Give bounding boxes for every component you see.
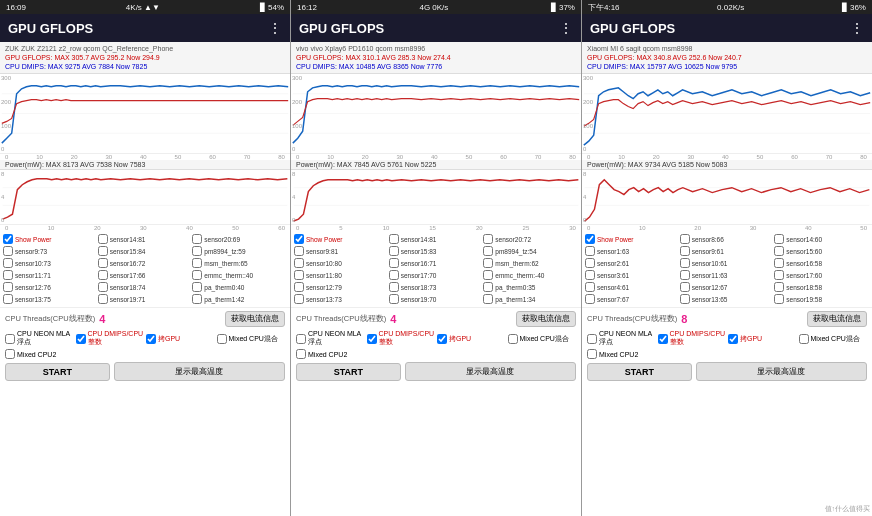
- checkbox-14[interactable]: [192, 282, 202, 292]
- show-max-button[interactable]: 显示最高温度: [405, 362, 576, 381]
- checkbox-item-10[interactable]: sensor17:70: [389, 269, 484, 281]
- checkbox-1[interactable]: [389, 234, 399, 244]
- checkbox-item-0[interactable]: Show Power: [3, 233, 98, 245]
- checkbox-17[interactable]: [483, 294, 493, 304]
- checkbox-item-12[interactable]: sensor12:79: [294, 281, 389, 293]
- checkbox-5[interactable]: [774, 246, 784, 256]
- checkbox-item-17[interactable]: pa_therm1:34: [483, 293, 578, 305]
- checkbox-item-11[interactable]: emmc_therm:-40: [483, 269, 578, 281]
- checkbox-item-3[interactable]: sensor1:63: [585, 245, 680, 257]
- get-current-button[interactable]: 获取电流信息: [225, 311, 285, 327]
- checkbox-9[interactable]: [294, 270, 304, 280]
- checkbox-12[interactable]: [3, 282, 13, 292]
- checkbox-13[interactable]: [680, 282, 690, 292]
- option-item-2[interactable]: 拷GPU: [146, 330, 215, 347]
- checkbox-15[interactable]: [3, 294, 13, 304]
- start-button[interactable]: START: [587, 363, 692, 381]
- checkbox-0[interactable]: [294, 234, 304, 244]
- checkbox-item-5[interactable]: pm8994_tz:59: [192, 245, 287, 257]
- checkbox-8[interactable]: [192, 258, 202, 268]
- checkbox-item-16[interactable]: sensor19:70: [389, 293, 484, 305]
- checkbox-9[interactable]: [3, 270, 13, 280]
- checkbox-7[interactable]: [98, 258, 108, 268]
- checkbox-11[interactable]: [483, 270, 493, 280]
- checkbox-item-8[interactable]: sensor16:58: [774, 257, 869, 269]
- checkbox-item-7[interactable]: sensor10:61: [680, 257, 775, 269]
- checkbox-17[interactable]: [192, 294, 202, 304]
- checkbox-item-11[interactable]: sensor17:60: [774, 269, 869, 281]
- checkbox-1[interactable]: [98, 234, 108, 244]
- checkbox-item-11[interactable]: emmc_therm::40: [192, 269, 287, 281]
- menu-icon[interactable]: ⋮: [559, 20, 573, 36]
- checkbox-item-9[interactable]: sensor3:61: [585, 269, 680, 281]
- option-checkbox-1[interactable]: [658, 334, 668, 344]
- checkbox-item-5[interactable]: pm8994_tz:54: [483, 245, 578, 257]
- option-item-2[interactable]: 拷GPU: [437, 330, 506, 347]
- option-item-3[interactable]: Mixed CPU混合: [799, 330, 868, 347]
- checkbox-12[interactable]: [294, 282, 304, 292]
- checkbox-6[interactable]: [294, 258, 304, 268]
- checkbox-7[interactable]: [389, 258, 399, 268]
- option-checkbox-0[interactable]: [296, 334, 306, 344]
- option-checkbox-4[interactable]: [296, 349, 306, 359]
- checkbox-item-12[interactable]: sensor12:76: [3, 281, 98, 293]
- checkbox-0[interactable]: [585, 234, 595, 244]
- checkbox-17[interactable]: [774, 294, 784, 304]
- checkbox-0[interactable]: [3, 234, 13, 244]
- checkbox-item-17[interactable]: pa_therm1:42: [192, 293, 287, 305]
- checkbox-4[interactable]: [98, 246, 108, 256]
- start-button[interactable]: START: [5, 363, 110, 381]
- checkbox-item-14[interactable]: pa_therm0:40: [192, 281, 287, 293]
- checkbox-item-1[interactable]: sensor14:81: [98, 233, 193, 245]
- option-item-4[interactable]: Mixed CPU2: [587, 349, 656, 359]
- checkbox-item-7[interactable]: sensor16:71: [389, 257, 484, 269]
- option-checkbox-4[interactable]: [587, 349, 597, 359]
- checkbox-item-7[interactable]: sensor16:72: [98, 257, 193, 269]
- option-item-4[interactable]: Mixed CPU2: [5, 349, 74, 359]
- checkbox-14[interactable]: [774, 282, 784, 292]
- checkbox-item-4[interactable]: sensor9:61: [680, 245, 775, 257]
- show-max-button[interactable]: 显示最高温度: [696, 362, 867, 381]
- checkbox-item-0[interactable]: Show Power: [294, 233, 389, 245]
- checkbox-2[interactable]: [483, 234, 493, 244]
- checkbox-12[interactable]: [585, 282, 595, 292]
- checkbox-item-6[interactable]: sensor10:73: [3, 257, 98, 269]
- checkbox-item-1[interactable]: sensor14:81: [389, 233, 484, 245]
- checkbox-11[interactable]: [192, 270, 202, 280]
- checkbox-8[interactable]: [483, 258, 493, 268]
- checkbox-item-8[interactable]: msm_therm:65: [192, 257, 287, 269]
- checkbox-5[interactable]: [483, 246, 493, 256]
- option-checkbox-2[interactable]: [728, 334, 738, 344]
- option-item-0[interactable]: CPU NEON MLA 浮点: [296, 330, 365, 347]
- checkbox-item-13[interactable]: sensor18:74: [98, 281, 193, 293]
- checkbox-item-6[interactable]: sensor2:61: [585, 257, 680, 269]
- checkbox-13[interactable]: [389, 282, 399, 292]
- checkbox-item-14[interactable]: sensor18:58: [774, 281, 869, 293]
- option-checkbox-3[interactable]: [799, 334, 809, 344]
- checkbox-item-5[interactable]: sensor15:60: [774, 245, 869, 257]
- checkbox-4[interactable]: [680, 246, 690, 256]
- option-checkbox-1[interactable]: [367, 334, 377, 344]
- checkbox-item-9[interactable]: sensor11:71: [3, 269, 98, 281]
- checkbox-16[interactable]: [98, 294, 108, 304]
- option-checkbox-1[interactable]: [76, 334, 86, 344]
- checkbox-item-16[interactable]: sensor13:65: [680, 293, 775, 305]
- checkbox-item-2[interactable]: sensor20:72: [483, 233, 578, 245]
- checkbox-item-16[interactable]: sensor19:71: [98, 293, 193, 305]
- checkbox-16[interactable]: [389, 294, 399, 304]
- checkbox-10[interactable]: [98, 270, 108, 280]
- checkbox-item-13[interactable]: sensor12:67: [680, 281, 775, 293]
- checkbox-11[interactable]: [774, 270, 784, 280]
- option-checkbox-4[interactable]: [5, 349, 15, 359]
- checkbox-16[interactable]: [680, 294, 690, 304]
- option-item-1[interactable]: CPU DMIPS/CPU整数: [658, 330, 727, 347]
- checkbox-item-12[interactable]: sensor4:61: [585, 281, 680, 293]
- checkbox-10[interactable]: [680, 270, 690, 280]
- option-item-1[interactable]: CPU DMIPS/CPU整数: [367, 330, 436, 347]
- start-button[interactable]: START: [296, 363, 401, 381]
- option-checkbox-0[interactable]: [5, 334, 15, 344]
- checkbox-item-2[interactable]: sensor14:60: [774, 233, 869, 245]
- checkbox-item-8[interactable]: msm_therm:62: [483, 257, 578, 269]
- checkbox-item-13[interactable]: sensor18:73: [389, 281, 484, 293]
- option-checkbox-3[interactable]: [217, 334, 227, 344]
